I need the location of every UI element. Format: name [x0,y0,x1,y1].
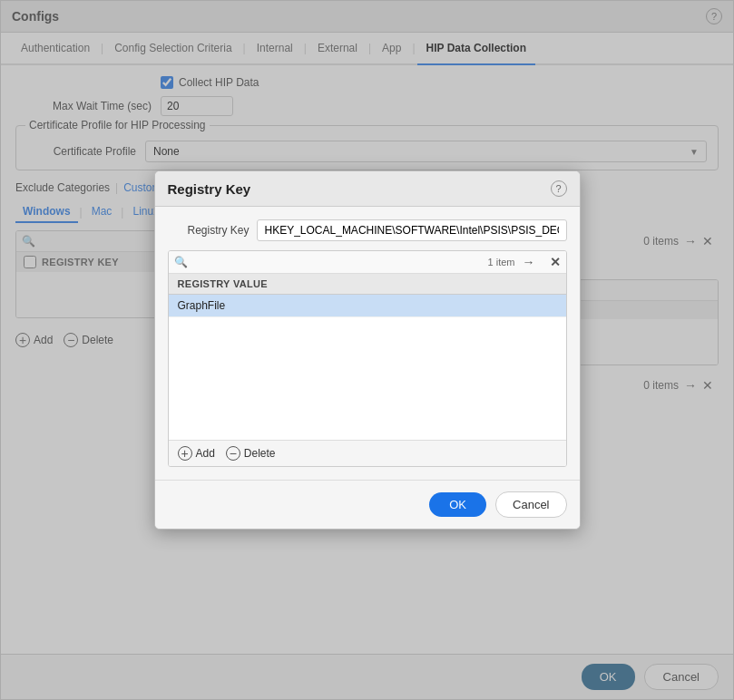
modal-add-label: Add [196,447,215,460]
modal-search-clear-icon[interactable]: ✕ [550,255,561,269]
modal-overlay: Registry Key ? Registry Key 🔍 1 item → ✕ [0,0,734,700]
modal-cancel-button[interactable]: Cancel [495,491,566,518]
modal-help-icon[interactable]: ? [551,180,567,197]
modal-table-header: REGISTRY VALUE [169,274,566,295]
modal-registry-value-table: 🔍 1 item → ✕ REGISTRY VALUE GraphFile + [168,250,567,467]
table-row[interactable]: GraphFile [169,295,566,317]
modal-registry-key-label: Registry Key [168,224,250,237]
modal-nav-arrow[interactable]: → [523,255,535,269]
modal-title: Registry Key [168,181,251,197]
modal-registry-key-row: Registry Key [168,219,567,241]
modal-delete-button[interactable]: − Delete [226,446,276,461]
modal-add-icon: + [178,446,192,461]
modal-title-bar: Registry Key ? [155,171,580,207]
modal-search-input[interactable] [191,256,484,268]
modal-item-count: 1 item [488,257,515,267]
modal-table-body: GraphFile [169,295,566,440]
modal-table-search-row: 🔍 1 item → ✕ [169,251,566,274]
modal-del-icon: − [226,446,240,461]
modal-search-icon: 🔍 [174,256,188,268]
modal-ok-button[interactable]: OK [429,492,486,517]
modal-add-button[interactable]: + Add [178,446,215,461]
modal-table-footer: + Add − Delete [169,440,566,466]
modal-del-label: Delete [244,447,276,460]
modal-body: Registry Key 🔍 1 item → ✕ REGISTRY VALUE [155,207,580,480]
modal-footer: OK Cancel [155,480,580,529]
registry-key-modal: Registry Key ? Registry Key 🔍 1 item → ✕ [154,170,581,530]
modal-registry-key-input[interactable] [257,219,567,241]
